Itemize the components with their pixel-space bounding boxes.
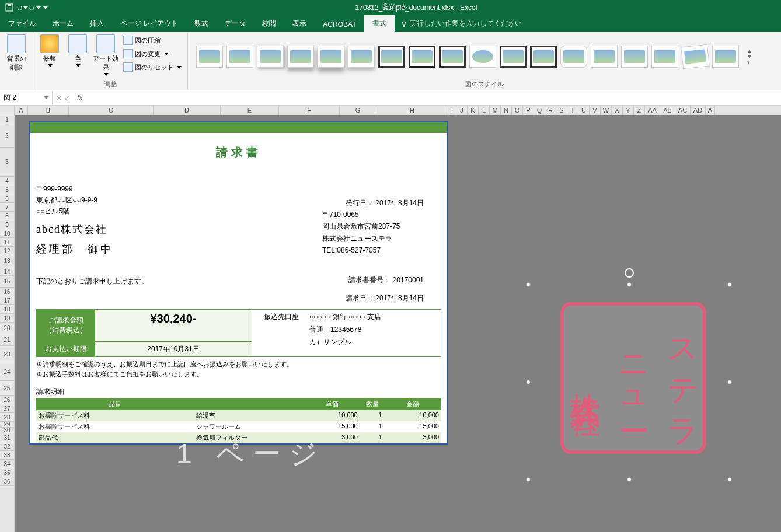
row-header[interactable]: 26 (0, 396, 14, 404)
resize-handle[interactable] (627, 282, 632, 287)
resize-handle[interactable] (526, 477, 531, 482)
row-header[interactable]: 24 (0, 363, 14, 381)
picture-style-item[interactable] (439, 46, 466, 68)
picture-style-item[interactable] (651, 46, 678, 68)
color-button[interactable]: 色 (65, 34, 90, 67)
tab-pagelayout[interactable]: ページ レイアウト (112, 15, 186, 32)
column-header[interactable]: Z (634, 106, 645, 115)
resize-handle[interactable] (727, 282, 732, 287)
save-icon[interactable] (4, 2, 15, 13)
column-header[interactable]: D (154, 106, 221, 115)
picture-style-item[interactable] (287, 46, 314, 68)
row-header[interactable]: 11 (0, 238, 14, 247)
reset-picture-button[interactable]: 図のリセット (121, 61, 184, 73)
column-header[interactable]: L (479, 106, 490, 115)
row-header[interactable]: 18 (0, 305, 14, 314)
tell-me-search[interactable]: 実行したい作業を入力してください (395, 15, 528, 32)
column-header[interactable]: Y (623, 106, 634, 115)
picture-style-item[interactable] (712, 46, 739, 68)
column-header[interactable]: AB (660, 106, 675, 115)
row-header[interactable]: 36 (0, 477, 14, 486)
row-header[interactable]: 28 (0, 413, 14, 422)
row-header[interactable]: 25 (0, 381, 14, 396)
picture-style-item[interactable] (500, 46, 527, 68)
row-header[interactable]: 12 (0, 247, 14, 256)
fx-button[interactable]: fx (74, 94, 86, 102)
column-header[interactable]: Q (534, 106, 545, 115)
remove-background-button[interactable]: 背景の 削除 (4, 34, 29, 72)
column-header[interactable]: C (69, 106, 154, 115)
row-header[interactable]: 20 (0, 323, 14, 334)
column-header[interactable]: F (279, 106, 340, 115)
tab-view[interactable]: 表示 (284, 15, 315, 32)
cancel-icon[interactable]: ✕ (56, 94, 62, 102)
column-header[interactable]: G (340, 106, 376, 115)
row-header[interactable]: 8 (0, 212, 14, 220)
row-header[interactable]: 2 (0, 124, 14, 148)
row-header[interactable]: 30 (0, 428, 14, 433)
column-header[interactable]: J (456, 106, 468, 115)
picture-style-item[interactable] (196, 46, 223, 68)
row-header[interactable]: 13 (0, 256, 14, 267)
column-header[interactable]: O (512, 106, 523, 115)
tab-review[interactable]: 校閲 (254, 15, 284, 32)
picture-style-item[interactable] (257, 46, 284, 68)
row-header[interactable]: 7 (0, 203, 14, 212)
column-header[interactable]: AC (675, 106, 691, 115)
row-header[interactable]: 23 (0, 346, 14, 363)
change-picture-button[interactable]: 図の変更 (121, 48, 184, 60)
row-header[interactable]: 15 (0, 276, 14, 288)
column-header[interactable]: E (221, 106, 279, 115)
stamp-image-selection[interactable]: 株式会社ニューステラ 株式会社 ニュー ステラ (528, 285, 730, 480)
row-header[interactable]: 32 (0, 442, 14, 451)
picture-style-item[interactable] (318, 46, 344, 68)
row-header[interactable]: 4 (0, 177, 14, 186)
formula-input[interactable] (86, 97, 781, 99)
picture-style-item[interactable] (621, 46, 648, 68)
resize-handle[interactable] (526, 380, 531, 384)
column-header[interactable]: X (612, 106, 623, 115)
resize-handle[interactable] (526, 282, 531, 287)
enter-icon[interactable]: ✓ (64, 94, 70, 102)
column-header[interactable]: W (601, 106, 612, 115)
column-header[interactable]: R (545, 106, 556, 115)
row-header[interactable]: 9 (0, 220, 14, 229)
tab-format[interactable]: 書式 (364, 15, 395, 32)
select-all-corner[interactable] (0, 106, 15, 115)
row-header[interactable]: 35 (0, 468, 14, 477)
row-header[interactable]: 1 (0, 116, 14, 124)
row-header[interactable]: 16 (0, 288, 14, 296)
picture-style-item[interactable] (681, 44, 710, 69)
picture-style-item[interactable] (530, 46, 557, 68)
row-header[interactable]: 6 (0, 194, 14, 203)
corrections-button[interactable]: 修整 (37, 34, 62, 67)
column-header[interactable]: U (578, 106, 590, 115)
tab-acrobat[interactable]: ACROBAT (315, 17, 364, 32)
column-header[interactable]: A (706, 106, 715, 115)
column-header[interactable]: A (15, 106, 28, 115)
column-header[interactable]: K (468, 106, 479, 115)
picture-style-item[interactable] (560, 46, 587, 68)
column-header[interactable]: I (448, 106, 456, 115)
rotate-handle-icon[interactable] (625, 268, 634, 278)
stamp-image[interactable]: 株式会社ニューステラ 株式会社 ニュー ステラ (560, 302, 706, 454)
row-header[interactable]: 33 (0, 451, 14, 460)
column-header[interactable]: H (376, 106, 448, 115)
column-header[interactable]: S (556, 106, 567, 115)
resize-handle[interactable] (727, 477, 732, 482)
redo-icon[interactable] (29, 2, 41, 13)
column-header[interactable]: AA (645, 106, 660, 115)
undo-icon[interactable] (16, 2, 28, 13)
artistic-effects-button[interactable]: アート効果 (93, 34, 118, 76)
picture-style-item[interactable] (226, 46, 253, 68)
column-header[interactable]: T (567, 106, 578, 115)
column-header[interactable]: N (501, 106, 512, 115)
row-header[interactable]: 19 (0, 314, 14, 323)
row-header[interactable]: 27 (0, 404, 14, 413)
row-header[interactable]: 5 (0, 186, 14, 194)
row-header[interactable]: 3 (0, 148, 14, 177)
row-header[interactable]: 31 (0, 433, 14, 442)
tab-file[interactable]: ファイル (0, 15, 44, 32)
row-header[interactable]: 17 (0, 296, 14, 305)
resize-handle[interactable] (727, 380, 732, 384)
